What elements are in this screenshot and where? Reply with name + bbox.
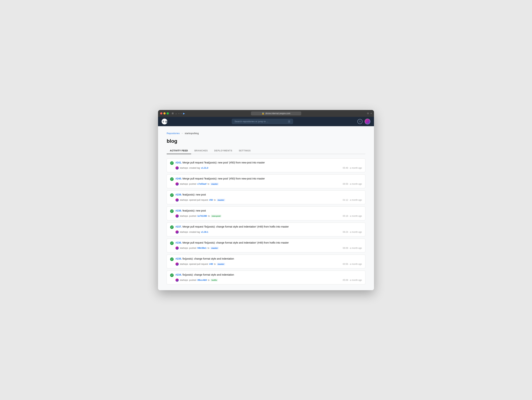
- build-number-link[interactable]: #238.: [176, 209, 183, 212]
- to-text: to: [208, 279, 209, 281]
- search-placeholder: Search repositories or jump to ...: [234, 120, 268, 123]
- branch-tag[interactable]: hotfix: [211, 279, 218, 281]
- build-number-link[interactable]: #234.: [176, 273, 183, 276]
- user-name: starbops: [180, 167, 188, 169]
- feed-item-header: #240. Merge pull request 'feat(posts): n…: [170, 177, 362, 181]
- branch-tag[interactable]: master: [210, 247, 219, 249]
- feed-item-title[interactable]: #235. fix(posts): change format style an…: [176, 257, 362, 260]
- action-text: opened pull request: [189, 199, 208, 201]
- search-container: Search repositories or jump to ... /: [170, 119, 355, 124]
- feed-item-meta: starbops opened pull request #49 to mast…: [176, 262, 225, 266]
- play-icon[interactable]: ▶: [183, 112, 185, 115]
- feed-item-header: #236. Merge pull request 'fix(posts): ch…: [170, 241, 362, 245]
- app-logo[interactable]: D ◎: [162, 119, 167, 124]
- to-text: to: [208, 247, 209, 249]
- feed-item-header: #235. fix(posts): change format style an…: [170, 257, 362, 261]
- sidebar-toggle-icon[interactable]: ⊞: [172, 112, 174, 115]
- user-name: starbops: [180, 199, 188, 201]
- to-text: to: [214, 263, 215, 265]
- build-number-link[interactable]: #241.: [176, 161, 183, 164]
- feed-item-title[interactable]: #239. feat(posts): new post: [176, 193, 362, 196]
- tab-branches[interactable]: BRANCHES: [191, 148, 211, 154]
- meta-link[interactable]: v1.31.0: [201, 167, 208, 169]
- feed-item-header: #237. Merge pull request 'fix(posts): ch…: [170, 225, 362, 229]
- feed-item-title[interactable]: #241. Merge pull request 'feat(posts): n…: [176, 161, 362, 164]
- meta-link[interactable]: #50: [209, 199, 213, 201]
- breadcrumb: Repositories → starbops/blog: [167, 132, 365, 135]
- feed-item-title[interactable]: #236. Merge pull request 'fix(posts): ch…: [176, 241, 362, 244]
- titlebar: ⊞ ⌄ ‹ › ▶ 🔒 drone.internal.zespre.com ⊙ …: [158, 110, 374, 117]
- breadcrumb-repos-link[interactable]: Repositories: [167, 132, 180, 135]
- build-number-link[interactable]: #235.: [176, 257, 183, 260]
- list-item: #236. Merge pull request 'fix(posts): ch…: [167, 239, 365, 252]
- action-text: created tag: [189, 167, 200, 169]
- feed-item-row: starbops pushed c7e03aef to master06:59 …: [170, 182, 362, 186]
- feed-item-row: starbops opened pull request #49 to mast…: [170, 262, 362, 266]
- feed-item-title[interactable]: #240. Merge pull request 'feat(posts): n…: [176, 177, 362, 180]
- feed-item-time: 05:49 · a month ago: [343, 167, 362, 169]
- feed-item-row: starbops pushed f49c59e1 to master06:09 …: [170, 247, 362, 250]
- meta-link[interactable]: #49: [209, 263, 213, 265]
- forward-icon[interactable]: ›: [181, 112, 181, 115]
- action-text: opened pull request: [189, 263, 208, 265]
- meta-link[interactable]: 1e741390: [197, 215, 207, 217]
- feed-item-meta: starbops pushed 3fbcc4b9 to hotfix: [176, 279, 218, 282]
- tab-activity-feed[interactable]: ACTIVITY FEED: [167, 148, 191, 154]
- share-icon[interactable]: ⊙: [367, 112, 369, 115]
- list-item: #234. fix(posts): change format style an…: [167, 271, 365, 285]
- action-text: pushed: [189, 183, 196, 185]
- notification-badge[interactable]: 0: [357, 119, 362, 124]
- maximize-button[interactable]: [167, 112, 169, 114]
- user-avatar[interactable]: [365, 119, 370, 124]
- back-icon[interactable]: ‹: [178, 112, 179, 115]
- search-box[interactable]: Search repositories or jump to ... /: [232, 119, 293, 124]
- feed-item-meta: starbops pushed f49c59e1 to master: [176, 247, 219, 250]
- action-text: pushed: [189, 247, 196, 249]
- feed-item-row: starbops created tag v1.31.005:49 · a mo…: [170, 166, 362, 170]
- user-name: starbops: [180, 263, 188, 265]
- action-text: created tag: [189, 231, 200, 233]
- feed-item-meta: starbops pushed 1e741390 to new-post: [176, 214, 221, 218]
- avatar: [176, 279, 179, 282]
- close-button[interactable]: [160, 112, 162, 114]
- feed-item-header: #239. feat(posts): new post: [170, 193, 362, 197]
- tab-settings[interactable]: SETTINGS: [236, 148, 254, 154]
- avatar: [176, 166, 179, 170]
- new-tab-icon[interactable]: +: [370, 112, 372, 115]
- avatar: [176, 262, 179, 266]
- chevron-down-icon[interactable]: ⌄: [175, 112, 177, 115]
- branch-tag[interactable]: master: [217, 199, 225, 201]
- address-bar[interactable]: 🔒 drone.internal.zespre.com: [251, 111, 301, 115]
- user-name: starbops: [180, 231, 188, 233]
- branch-tag[interactable]: master: [217, 263, 225, 265]
- meta-link[interactable]: c7e03aef: [197, 183, 206, 185]
- feed-item-title[interactable]: #234. fix(posts): change format style an…: [176, 273, 362, 276]
- check-icon: [170, 225, 174, 229]
- feed-item-row: starbops opened pull request #50 to mast…: [170, 198, 362, 202]
- build-number-link[interactable]: #239.: [176, 193, 183, 196]
- branch-tag[interactable]: master: [210, 183, 219, 185]
- activity-feed: #241. Merge pull request 'feat(posts): n…: [167, 159, 365, 285]
- feed-item-time: 06:09 · a month ago: [343, 247, 362, 249]
- branch-tag[interactable]: new-post: [211, 215, 221, 217]
- feed-item-time: 05:18 · a month ago: [343, 215, 362, 217]
- build-number-link[interactable]: #237.: [176, 225, 183, 228]
- action-text: pushed: [189, 279, 196, 281]
- tab-deployments[interactable]: DEPLOYMENTS: [211, 148, 236, 154]
- list-item: #239. feat(posts): new poststarbops open…: [167, 190, 365, 204]
- feed-item-row: starbops pushed 1e741390 to new-post05:1…: [170, 214, 362, 218]
- feed-item-title[interactable]: #237. Merge pull request 'fix(posts): ch…: [176, 225, 362, 228]
- build-number-link[interactable]: #236.: [176, 241, 183, 244]
- meta-link[interactable]: v1.30.1: [201, 231, 208, 233]
- build-number-link[interactable]: #240.: [176, 177, 183, 180]
- to-text: to: [214, 199, 215, 201]
- browser-window: ⊞ ⌄ ‹ › ▶ 🔒 drone.internal.zespre.com ⊙ …: [158, 110, 374, 290]
- to-text: to: [208, 215, 210, 217]
- feed-item-time: 00:56 · a month ago: [343, 263, 362, 265]
- minimize-button[interactable]: [163, 112, 165, 114]
- list-item: #235. fix(posts): change format style an…: [167, 254, 365, 268]
- feed-item-title[interactable]: #238. feat(posts): new post: [176, 209, 362, 212]
- meta-link[interactable]: f49c59e1: [197, 247, 206, 249]
- breadcrumb-current: starbops/blog: [185, 132, 199, 135]
- meta-link[interactable]: 3fbcc4b9: [197, 279, 207, 281]
